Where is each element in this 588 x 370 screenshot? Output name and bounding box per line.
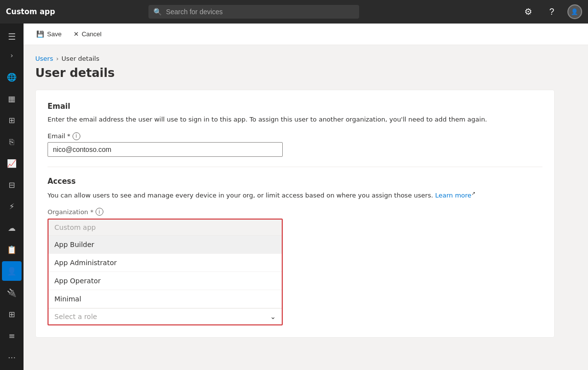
dropdown-chevron-icon: ⌄ bbox=[270, 313, 276, 321]
dropdown-org-name: Custom app bbox=[49, 220, 282, 236]
breadcrumb-parent[interactable]: Users bbox=[35, 55, 53, 62]
search-input[interactable] bbox=[148, 5, 359, 19]
org-field-label: Organization * i bbox=[48, 208, 542, 216]
form-card: Email Enter the email address the user w… bbox=[35, 90, 555, 338]
select-role-placeholder: Select a role bbox=[54, 313, 97, 321]
app-title: Custom app bbox=[6, 7, 65, 16]
sidebar-item-cloud[interactable]: ☁ bbox=[2, 218, 22, 238]
email-label-text: Email bbox=[48, 132, 65, 140]
sidebar: ☰ › 🌐 ▦ ⊞ ⎘ 📈 ⊟ ⚡ ☁ 📋 👤 🔌 ⊞ ≡ ⋯ bbox=[0, 24, 24, 370]
page-content: Users › User details User details Email … bbox=[24, 45, 588, 370]
breadcrumb-separator: › bbox=[56, 55, 58, 62]
chevron-right-icon[interactable]: › bbox=[6, 48, 17, 63]
sidebar-item-plugins[interactable]: 🔌 bbox=[2, 283, 22, 302]
email-section-title: Email bbox=[48, 102, 542, 111]
email-info-icon[interactable]: i bbox=[73, 132, 80, 140]
sidebar-item-trends[interactable]: 📈 bbox=[2, 153, 22, 173]
learn-more-link[interactable]: Learn more bbox=[435, 192, 471, 199]
toolbar: 💾 Save ✕ Cancel bbox=[24, 24, 588, 45]
topbar: Custom app 🔍 ⚙ ? 👤 bbox=[0, 0, 588, 24]
save-icon: 💾 bbox=[36, 30, 44, 38]
cancel-icon: ✕ bbox=[74, 30, 79, 38]
dropdown-option-app-administrator[interactable]: App Administrator bbox=[49, 254, 282, 272]
sidebar-item-globe[interactable]: 🌐 bbox=[2, 67, 22, 87]
org-required-marker: * bbox=[90, 208, 94, 216]
breadcrumb-current: User details bbox=[62, 55, 99, 62]
sidebar-item-devices[interactable]: ⊞ bbox=[2, 110, 22, 130]
main-layout: ☰ › 🌐 ▦ ⊞ ⎘ 📈 ⊟ ⚡ ☁ 📋 👤 🔌 ⊞ ≡ ⋯ 💾 Save ✕… bbox=[0, 24, 588, 370]
topbar-actions: ⚙ ? 👤 bbox=[520, 4, 582, 20]
sidebar-item-share[interactable]: ⎘ bbox=[2, 132, 22, 151]
organization-dropdown[interactable]: Custom app App Builder App Administrator… bbox=[48, 219, 283, 325]
save-button[interactable]: 💾 Save bbox=[31, 28, 67, 40]
sidebar-item-users[interactable]: 👤 bbox=[2, 261, 22, 281]
breadcrumb: Users › User details bbox=[35, 55, 576, 62]
access-section-title: Access bbox=[48, 177, 542, 186]
sidebar-item-table[interactable]: ⊟ bbox=[2, 175, 22, 195]
help-button[interactable]: ? bbox=[544, 4, 560, 20]
sidebar-item-dashboard[interactable]: ▦ bbox=[2, 89, 22, 108]
content-area: 💾 Save ✕ Cancel Users › User details Use… bbox=[24, 24, 588, 370]
email-field-label: Email * i bbox=[48, 132, 542, 140]
settings-button[interactable]: ⚙ bbox=[520, 4, 536, 20]
dropdown-option-app-operator[interactable]: App Operator bbox=[49, 272, 282, 290]
sidebar-item-grid[interactable]: ⊞ bbox=[2, 304, 22, 324]
dropdown-option-minimal[interactable]: Minimal bbox=[49, 290, 282, 308]
email-input[interactable] bbox=[48, 142, 283, 157]
email-required-marker: * bbox=[67, 132, 71, 140]
sidebar-item-alerts[interactable]: ⚡ bbox=[2, 197, 22, 216]
email-section-description: Enter the email address the user will us… bbox=[48, 115, 542, 124]
page-title: User details bbox=[35, 66, 576, 80]
hamburger-menu-icon[interactable]: ☰ bbox=[4, 27, 20, 46]
section-divider bbox=[48, 167, 542, 167]
access-section-description: You can allow users to see and manage ev… bbox=[48, 190, 542, 200]
dropdown-option-app-builder[interactable]: App Builder bbox=[49, 236, 282, 254]
cancel-button[interactable]: ✕ Cancel bbox=[69, 28, 106, 40]
sidebar-item-file[interactable]: 📋 bbox=[2, 240, 22, 259]
search-icon: 🔍 bbox=[153, 8, 162, 16]
external-link-icon: ↗ bbox=[471, 191, 475, 196]
search-container: 🔍 bbox=[148, 5, 359, 19]
sidebar-item-list[interactable]: ≡ bbox=[2, 326, 22, 345]
avatar[interactable]: 👤 bbox=[567, 4, 582, 19]
sidebar-item-more[interactable]: ⋯ bbox=[2, 347, 22, 367]
select-role-row[interactable]: Select a role ⌄ bbox=[49, 308, 282, 324]
org-info-icon[interactable]: i bbox=[96, 208, 103, 216]
